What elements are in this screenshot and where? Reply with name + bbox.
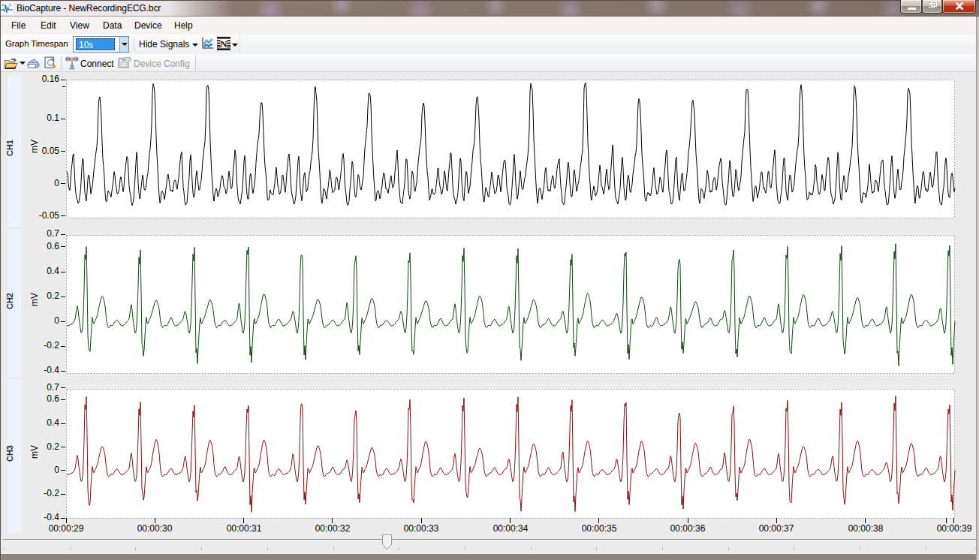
svg-text:N: N xyxy=(220,38,227,50)
